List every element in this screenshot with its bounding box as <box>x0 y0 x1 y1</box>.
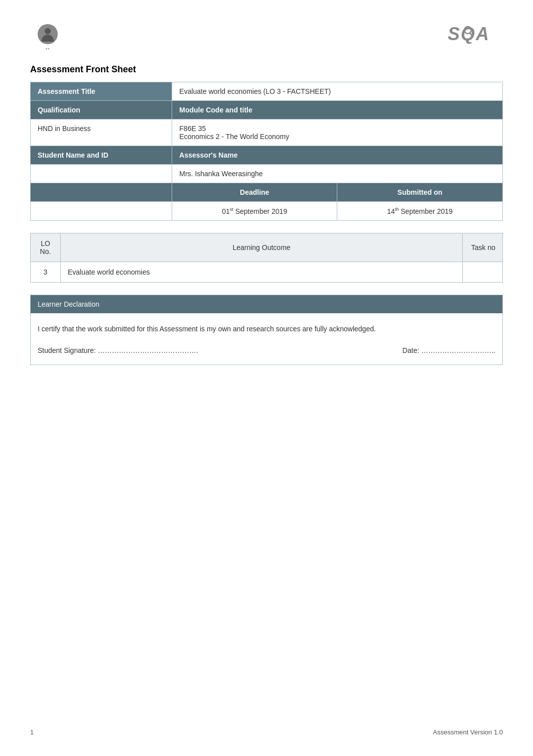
deadline-value: 01st September 2019 <box>172 202 337 221</box>
assessor-name-value: Mrs. Ishanka Weerasinghe <box>172 165 503 183</box>
sqa-logo-text: SQA <box>445 21 500 47</box>
lo-header-row: LO No. Learning Outcome Task no <box>31 233 503 262</box>
lo-task-header: Task no <box>463 233 503 262</box>
assessor-name-label: Assessor's Name <box>172 146 503 165</box>
lo-outcome-header: Learning Outcome <box>61 233 463 262</box>
learner-declaration: Learner Declaration I certify that the w… <box>30 295 503 365</box>
lo-no-header: LO No. <box>31 233 61 262</box>
page-header: ▪▪ SQA <box>30 20 503 55</box>
page-title: Assessment Front Sheet <box>30 64 503 75</box>
assessment-title-value: Evaluate world economies (LO 3 - FACTSHE… <box>172 82 503 101</box>
student-assessor-value-row: Mrs. Ishanka Weerasinghe <box>31 165 503 183</box>
learner-declaration-header: Learner Declaration <box>31 295 502 313</box>
student-assessor-header-row: Student Name and ID Assessor's Name <box>31 146 503 165</box>
lo-data-row: 3 Evaluate world economies <box>31 262 503 282</box>
institution-logo-text: ▪▪ <box>46 46 50 51</box>
qualification-value-row: HND in Business F86E 35 Economics 2 - Th… <box>31 119 503 146</box>
submitted-label: Submitted on <box>337 183 503 202</box>
assessment-table: Assessment Title Evaluate world economie… <box>30 82 503 221</box>
student-signature-field: Student Signature: ……………………………………. <box>38 346 198 354</box>
learner-declaration-body: I certify that the work submitted for th… <box>31 313 502 364</box>
deadline-value-row: 01st September 2019 14th September 2019 <box>31 202 503 221</box>
deadline-label: Deadline <box>172 183 337 202</box>
assessment-title-label: Assessment Title <box>31 82 172 101</box>
institution-logo-icon <box>38 24 58 44</box>
submitted-value: 14th September 2019 <box>337 202 503 221</box>
lo-outcome-value: Evaluate world economies <box>61 262 463 282</box>
logo-right: SQA <box>443 20 503 48</box>
page-number: 1 <box>30 728 34 736</box>
student-name-label: Student Name and ID <box>31 146 172 165</box>
student-name-value <box>31 165 172 183</box>
qualification-label: Qualification <box>31 101 172 119</box>
version-text: Assessment Version 1.0 <box>433 728 503 736</box>
qualification-header-row: Qualification Module Code and title <box>31 101 503 119</box>
module-code-label: Module Code and title <box>172 101 503 119</box>
lo-table: LO No. Learning Outcome Task no 3 Evalua… <box>30 233 503 283</box>
date-field: Date: ………………………….. <box>403 346 495 354</box>
lo-number: 3 <box>31 262 61 282</box>
footer: 1 Assessment Version 1.0 <box>30 728 503 736</box>
module-code-value: F86E 35 Economics 2 - The World Economy <box>172 119 503 146</box>
qualification-value: HND in Business <box>31 119 172 146</box>
signature-row: Student Signature: ……………………………………. Date:… <box>38 346 495 354</box>
logo-left: ▪▪ <box>30 20 65 55</box>
deadline-left-empty <box>31 183 172 202</box>
assessment-title-row: Assessment Title Evaluate world economie… <box>31 82 503 101</box>
declaration-text: I certify that the work submitted for th… <box>38 323 495 334</box>
deadline-value-empty <box>31 202 172 221</box>
lo-task-value <box>463 262 503 282</box>
deadline-header-row: Deadline Submitted on <box>31 183 503 202</box>
